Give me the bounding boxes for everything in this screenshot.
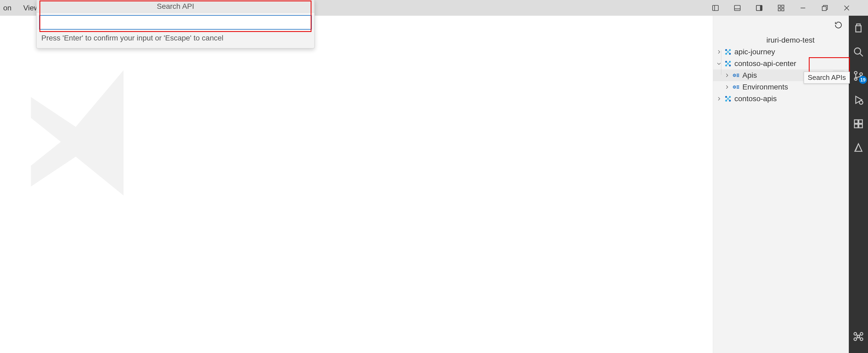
chevron-right-icon — [724, 73, 730, 78]
tree-label: contoso-apis — [735, 95, 777, 103]
svg-point-46 — [855, 48, 861, 54]
panel-left-icon[interactable] — [710, 3, 721, 13]
svg-rect-13 — [822, 6, 826, 10]
svg-rect-53 — [855, 120, 858, 123]
activity-explorer[interactable] — [852, 22, 864, 34]
workbench: iruri-demo-test apic-journey — [0, 16, 868, 353]
command-palette-title: Search API — [36, 0, 314, 12]
activity-azure[interactable] — [852, 142, 864, 153]
svg-line-62 — [856, 334, 858, 336]
graph-icon — [853, 331, 864, 342]
command-palette: Search API Press 'Enter' to confirm your… — [36, 0, 315, 48]
gear-list-icon — [732, 72, 740, 79]
panel-bottom-icon[interactable] — [732, 3, 743, 13]
svg-rect-2 — [735, 5, 740, 11]
tree-label: contoso-api-center — [735, 59, 796, 68]
azure-icon — [853, 142, 864, 153]
azure-node-icon — [724, 48, 732, 56]
tree-label: iruri-demo-test — [766, 36, 814, 44]
svg-rect-5 — [760, 5, 762, 11]
svg-line-64 — [856, 337, 858, 339]
svg-point-36 — [734, 86, 735, 87]
svg-rect-9 — [778, 8, 780, 11]
activity-run-debug[interactable] — [852, 94, 864, 106]
activity-extensions[interactable] — [852, 118, 864, 130]
tree-label: Apis — [742, 71, 757, 80]
play-bug-icon — [853, 95, 864, 105]
svg-rect-55 — [859, 124, 862, 128]
chevron-right-icon — [716, 49, 722, 55]
chevron-right-icon — [716, 96, 722, 101]
svg-line-65 — [859, 337, 861, 339]
source-control-badge: 19 — [859, 76, 867, 84]
panel-right-icon[interactable] — [754, 3, 765, 13]
tree-row-apic-journey[interactable]: apic-journey — [713, 46, 849, 58]
svg-marker-51 — [856, 96, 862, 104]
svg-line-47 — [860, 53, 863, 57]
svg-rect-8 — [782, 5, 784, 7]
svg-point-52 — [859, 101, 863, 104]
activity-search[interactable] — [852, 46, 864, 58]
svg-point-29 — [734, 75, 735, 76]
chevron-down-icon — [716, 61, 722, 66]
svg-rect-7 — [778, 5, 780, 7]
svg-point-50 — [860, 73, 862, 75]
command-palette-input[interactable] — [39, 15, 312, 30]
tree-row-contoso-api-center[interactable]: contoso-api-center — [713, 58, 849, 69]
tree-label: apic-journey — [735, 48, 775, 56]
activity-source-control[interactable]: 19 — [852, 70, 864, 82]
svg-rect-54 — [855, 124, 858, 128]
tree-row-root-partial[interactable]: iruri-demo-test — [713, 34, 849, 46]
editor-area — [0, 16, 713, 353]
chevron-right-icon — [724, 84, 730, 90]
title-bar-controls — [710, 0, 868, 16]
window-close-icon[interactable] — [841, 3, 852, 13]
svg-rect-56 — [859, 120, 862, 123]
activity-bar: 19 — [849, 16, 868, 353]
svg-rect-10 — [782, 8, 784, 11]
window-restore-icon[interactable] — [819, 3, 830, 13]
tooltip-search-apis: Search APIs — [804, 72, 850, 83]
tree-label: Environments — [742, 83, 788, 91]
azure-side-panel: iruri-demo-test apic-journey — [713, 16, 849, 353]
azure-node-icon — [724, 95, 732, 103]
command-palette-hint: Press 'Enter' to confirm your input or '… — [36, 31, 314, 48]
svg-point-48 — [855, 71, 857, 74]
window-minimize-icon[interactable] — [798, 3, 808, 13]
activity-api-center[interactable] — [852, 331, 864, 342]
tree-guide-line — [721, 50, 721, 75]
tree-row-contoso-apis[interactable]: contoso-apis — [713, 93, 849, 105]
extensions-icon — [853, 118, 864, 129]
gear-list-icon — [732, 83, 740, 91]
azure-tree: iruri-demo-test apic-journey — [713, 16, 849, 105]
menu-item-partial-left[interactable]: on — [3, 3, 12, 13]
svg-rect-0 — [713, 5, 718, 11]
vscode-watermark-icon — [16, 58, 165, 207]
azure-node-icon — [724, 60, 732, 67]
search-icon — [853, 46, 864, 57]
layout-customize-icon[interactable] — [776, 3, 786, 13]
svg-line-63 — [859, 334, 861, 336]
